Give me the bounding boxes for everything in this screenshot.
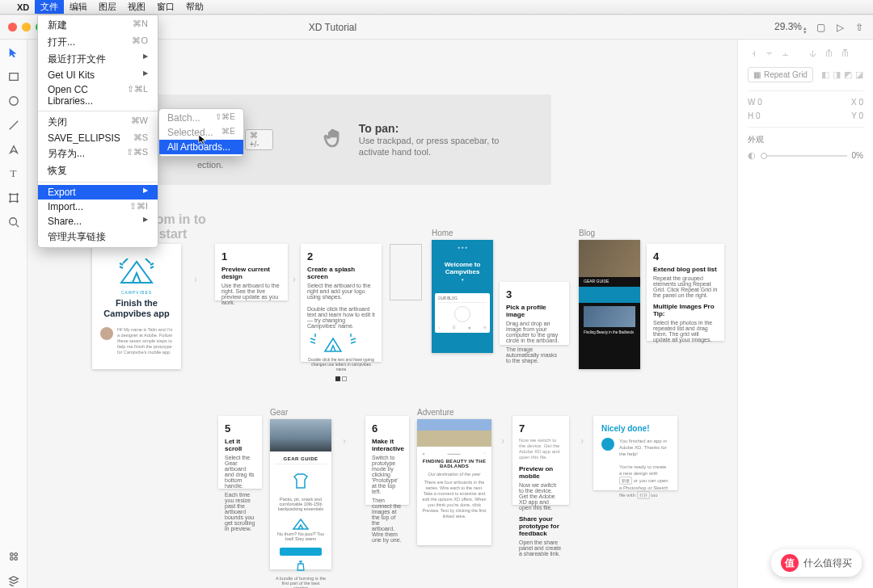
step-card-5[interactable]: 5Let it scrollSelect the Gear artboard a…	[218, 416, 262, 489]
arrow-icon: ›	[580, 435, 584, 447]
cursor-icon	[198, 134, 209, 149]
menu-help[interactable]: 帮助	[180, 0, 209, 14]
menu-close[interactable]: 关闭⌘W	[38, 114, 158, 131]
menu-file[interactable]: 文件	[35, 0, 64, 14]
menu-cclib[interactable]: Open CC Libraries...⇧⌘L	[38, 82, 158, 108]
zoom-shortcut: ⌘ +/-	[245, 129, 273, 150]
mac-menubar[interactable]: XD 文件 编辑 图层 视图 窗口 帮助	[0, 0, 873, 15]
intro-artboard[interactable]: CAMPVIBES Finish the Campvibes app Hi! M…	[92, 244, 181, 369]
avatar	[601, 438, 614, 451]
artboard-tool-icon[interactable]	[6, 190, 22, 206]
svg-rect-2	[10, 195, 17, 202]
arrow-icon: ›	[293, 274, 296, 285]
tent-tiny-icon	[292, 518, 310, 531]
align-right-icon[interactable]: ⫠	[780, 48, 791, 59]
left-toolbar: T	[0, 40, 27, 588]
svg-point-7	[14, 557, 17, 561]
step-card-7[interactable]: 7 Now we switch to the device. Get the A…	[512, 416, 569, 505]
menu-revert[interactable]: 恢复	[38, 162, 158, 179]
export-submenu[interactable]: Batch...⇧⌘E Selected...⌘E All Artboards.…	[158, 108, 244, 157]
assets-panel-icon[interactable]	[6, 548, 22, 565]
layers-panel-icon[interactable]	[6, 573, 22, 588]
opacity-slider[interactable]	[761, 155, 847, 157]
document-title: XD Tutorial	[53, 22, 774, 33]
play-preview-icon[interactable]: ▷	[834, 22, 846, 33]
blog-artboard[interactable]: Blog GEAR GUIDE Finding Beauty in the Ba…	[579, 240, 640, 369]
menu-window[interactable]: 窗口	[151, 0, 180, 14]
avatar	[100, 327, 113, 340]
menu-save[interactable]: SAVE_ELLIPSIS⌘S	[38, 131, 158, 145]
menu-manage-share[interactable]: 管理共享链接	[38, 229, 158, 246]
window-close-icon[interactable]	[8, 23, 17, 32]
lantern-icon	[295, 561, 306, 573]
cta-button[interactable]	[280, 548, 322, 556]
opacity-icon: ◐	[748, 150, 756, 161]
text-tool-icon[interactable]: T	[6, 166, 22, 182]
app-menu[interactable]: XD	[11, 2, 35, 13]
step-card-6[interactable]: 6Make it interactiveSwitch to prototype …	[365, 416, 409, 505]
export-batch[interactable]: Batch...⇧⌘E	[159, 111, 243, 125]
step-card-1[interactable]: 1Preview current designUse the artboard …	[215, 244, 288, 300]
nicely-done-card[interactable]: Nicely done! You finished an app in Adob…	[593, 416, 677, 490]
menu-saveas[interactable]: 另存为...⇧⌘S	[38, 145, 158, 162]
menu-open[interactable]: 打开...⌘O	[38, 34, 158, 51]
svg-point-3	[9, 218, 16, 225]
device-preview-icon[interactable]: ▢	[815, 22, 826, 33]
adventure-artboard[interactable]: Adventure ◀▬▬▬▬♡ FINDING BEAUTY IN THE B…	[417, 419, 491, 545]
zoom-level[interactable]: 29.3%▴▾	[774, 21, 807, 34]
step-card-3[interactable]: 3Pick a profile imageDrag and drop an im…	[500, 282, 569, 345]
empty-artboard[interactable]	[390, 244, 422, 300]
home-artboard[interactable]: Home ● ● ● Welcome to Campvibes ▾ OUR BL…	[432, 240, 493, 353]
rectangle-tool-icon[interactable]	[6, 69, 22, 85]
line-tool-icon[interactable]	[6, 117, 22, 133]
menu-recent[interactable]: 最近打开文件	[38, 51, 158, 68]
bool-sub-icon[interactable]: ◨	[833, 69, 841, 80]
tent-small-icon	[307, 334, 359, 353]
menu-export[interactable]: Export	[38, 185, 158, 200]
menu-new[interactable]: 新建⌘N	[38, 17, 158, 34]
arrow-icon: ›	[501, 435, 504, 447]
inspector-panel: ⫞⫟⫠ ⫝⫛⫚ ▦ Repeat Grid ◧◨◩◪ W 0 X 0 H 0 Y…	[737, 40, 873, 588]
align-vcenter-icon[interactable]: ⫛	[824, 48, 835, 59]
repeat-grid-button[interactable]: ▦ Repeat Grid	[748, 67, 813, 82]
bool-exc-icon[interactable]: ◪	[855, 69, 863, 80]
tent-icon	[118, 258, 155, 286]
svg-point-1	[9, 97, 18, 106]
menu-import[interactable]: Import...⇧⌘I	[38, 200, 158, 214]
menu-uikits[interactable]: Get UI Kits	[38, 68, 158, 82]
step-card-2[interactable]: 2Create a splash screenSelect the artboa…	[301, 244, 382, 362]
file-menu-dropdown[interactable]: 新建⌘N 打开...⌘O 最近打开文件 Get UI Kits Open CC …	[37, 15, 158, 248]
menu-view[interactable]: 视图	[122, 0, 151, 14]
pen-tool-icon[interactable]	[6, 141, 22, 158]
share-icon[interactable]: ⇧	[854, 22, 865, 33]
align-controls[interactable]: ⫞⫟⫠ ⫝⫛⫚	[748, 48, 863, 59]
step-card-4[interactable]: 4Extend blog post listRepeat the grouped…	[647, 244, 724, 341]
gear-artboard[interactable]: Gear GEAR GUIDE Packs, pit, snack and co…	[270, 419, 331, 569]
badge-icon: 值	[781, 554, 799, 572]
watermark-badge: 值 什么值得买	[771, 549, 862, 577]
window-minimize-icon[interactable]	[22, 23, 31, 32]
svg-point-4	[10, 553, 13, 556]
bool-add-icon[interactable]: ◧	[821, 69, 829, 80]
zoom-tool-icon[interactable]	[6, 214, 22, 230]
menu-edit[interactable]: 编辑	[64, 0, 93, 14]
align-hcenter-icon[interactable]: ⫟	[764, 48, 775, 59]
align-bottom-icon[interactable]: ⫚	[840, 48, 851, 59]
hand-icon	[322, 126, 348, 153]
arrow-icon: ›	[343, 435, 346, 447]
shirt-icon	[291, 472, 310, 491]
svg-point-6	[10, 557, 13, 561]
select-tool-icon[interactable]	[6, 44, 22, 61]
menu-share[interactable]: Share...	[38, 214, 158, 229]
bool-int-icon[interactable]: ◩	[844, 69, 852, 80]
ellipse-tool-icon[interactable]	[6, 93, 22, 109]
arrow-icon: ›	[194, 274, 197, 285]
align-left-icon[interactable]: ⫞	[748, 48, 759, 59]
svg-point-5	[14, 553, 17, 556]
align-top-icon[interactable]: ⫝	[808, 48, 819, 59]
svg-rect-0	[9, 74, 18, 81]
menu-layer[interactable]: 图层	[93, 0, 122, 14]
